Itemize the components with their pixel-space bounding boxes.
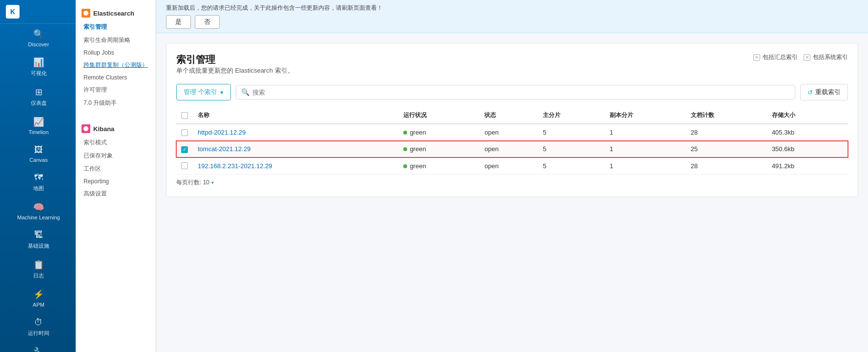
status-ip: open [479, 157, 537, 174]
sidebar-item-uptime[interactable]: ⏱ 运行时间 [0, 313, 76, 342]
sidebar-item-logs[interactable]: 📋 日志 [0, 254, 76, 284]
reload-icon: ↺ [807, 89, 813, 96]
sidebar-label-ml: Machine Learning [17, 215, 60, 220]
index-table: 名称 运行状况 状态 主分片 副本分片 文档计数 存储大小 httpd-2021… [176, 107, 848, 175]
health-dot-httpd [403, 131, 407, 135]
index-card-header: 索引管理 单个或批量更新您的 Elasticsearch 索引。 ✕ 包括汇总索… [176, 53, 848, 82]
index-link-tomcat[interactable]: tomcat-2021.12.29 [198, 145, 250, 153]
header-right: ✕ 包括汇总索引 ✕ 包括系统索引 [753, 53, 848, 61]
index-card: 索引管理 单个或批量更新您的 Elasticsearch 索引。 ✕ 包括汇总索… [166, 43, 858, 197]
secondary-item-saved-objects[interactable]: 已保存对象 [76, 149, 156, 162]
kibana-header: Kibana [76, 121, 156, 136]
search-input[interactable] [252, 89, 790, 96]
per-page-label: 每页行数: 10 [176, 178, 209, 187]
sidebar-item-dashboard[interactable]: ⊞ 仪表盘 [0, 82, 76, 112]
row-checkbox-ip[interactable] [181, 162, 188, 169]
main-content: 重新加载后，您的请求已经完成，关于此操作包含一些更新内容，请刷新页面查看！ 是 … [156, 0, 868, 352]
index-link-httpd[interactable]: httpd-2021.12.29 [198, 129, 246, 136]
sidebar-item-ml[interactable]: 🧠 Machine Learning [0, 197, 76, 225]
elasticsearch-label: Elasticsearch [93, 10, 134, 17]
select-all-checkbox[interactable] [181, 112, 188, 119]
notification-yes-button[interactable]: 是 [166, 15, 191, 29]
primary-tomcat: 5 [538, 141, 605, 158]
secondary-item-index-patterns[interactable]: 索引模式 [76, 136, 156, 149]
index-link-ip[interactable]: 192.168.2.231-2021.12.29 [198, 162, 272, 170]
toolbar: 管理 个索引 ▾ 🔍 ↺ 重载索引 [176, 84, 848, 100]
sidebar-label-uptime: 运行时间 [28, 330, 49, 337]
col-header-health: 运行状况 [398, 107, 479, 124]
sidebar-item-apm[interactable]: ⚡ APM [0, 284, 76, 313]
include-rollup-checkbox[interactable]: ✕ 包括汇总索引 [753, 53, 798, 61]
reload-button[interactable]: ↺ 重载索引 [800, 84, 848, 100]
kibana-group: Kibana 索引模式 已保存对象 工作区 Reporting 高级设置 [76, 116, 156, 206]
sidebar-item-timelion[interactable]: 📈 Timelion [0, 112, 76, 140]
replicas-tomcat: 1 [605, 141, 686, 158]
maps-icon: 🗺 [34, 173, 43, 183]
secondary-item-rollup[interactable]: Rollup Jobs [76, 47, 156, 59]
row-checkbox-tomcat[interactable] [181, 146, 188, 153]
manage-button[interactable]: 管理 个索引 ▾ [176, 84, 231, 100]
kibana-label: Kibana [93, 125, 114, 133]
sidebar-label-logs: 日志 [33, 272, 44, 279]
sidebar-item-infra[interactable]: 🏗 基础设施 [0, 225, 76, 254]
secondary-item-spaces[interactable]: 工作区 [76, 162, 156, 176]
table-header: 名称 运行状况 状态 主分片 副本分片 文档计数 存储大小 [176, 107, 848, 124]
per-page-selector[interactable]: 每页行数: 10 ▾ [176, 175, 848, 187]
sidebar-label-visualize: 可视化 [31, 70, 47, 77]
primary-httpd: 5 [538, 124, 605, 141]
notification-buttons: 是 否 [166, 15, 858, 29]
secondary-item-cross-cluster[interactable]: 跨集群群复制（公测版） [76, 59, 156, 72]
main-sidebar: K 🔍 Discover 📊 可视化 ⊞ 仪表盘 📈 Timelion 🖼 Ca… [0, 0, 76, 352]
notification-no-button[interactable]: 否 [195, 15, 220, 29]
secondary-item-advanced[interactable]: 高级设置 [76, 187, 156, 200]
replicas-ip: 1 [605, 157, 686, 174]
secondary-item-remote-clusters[interactable]: Remote Clusters [76, 72, 156, 83]
logo-icon: K [6, 5, 20, 19]
per-page-chevron-icon: ▾ [211, 180, 214, 185]
health-label-tomcat: green [410, 145, 426, 153]
canvas-icon: 🖼 [34, 145, 43, 155]
notification-bar: 重新加载后，您的请求已经完成，关于此操作包含一些更新内容，请刷新页面查看！ 是 … [156, 0, 868, 33]
size-httpd: 405.3kb [767, 124, 848, 141]
svg-point-1 [83, 126, 88, 131]
secondary-item-reporting[interactable]: Reporting [76, 176, 156, 187]
health-dot-tomcat [403, 147, 407, 151]
manage-chevron-icon: ▾ [220, 89, 224, 96]
table-row: 192.168.2.231-2021.12.29 green open 5 1 … [176, 157, 848, 174]
include-system-checkbox[interactable]: ✕ 包括系统索引 [804, 53, 848, 61]
primary-ip: 5 [538, 157, 605, 174]
elasticsearch-header: Elasticsearch [76, 6, 156, 20]
table-row: tomcat-2021.12.29 green open 5 1 25 350.… [176, 141, 848, 158]
replicas-httpd: 1 [605, 124, 686, 141]
table-row: httpd-2021.12.29 green open 5 1 28 405.3… [176, 124, 848, 141]
row-checkbox-httpd[interactable] [181, 129, 188, 136]
infra-icon: 🏗 [34, 230, 43, 240]
secondary-item-index-mgmt[interactable]: 索引管理 [76, 20, 156, 34]
sidebar-item-visualize[interactable]: 📊 可视化 [0, 52, 76, 82]
include-system-label: 包括系统索引 [813, 53, 848, 61]
secondary-item-upgrade[interactable]: 7.0 升级助手 [76, 97, 156, 110]
status-tomcat: open [479, 141, 537, 158]
kibana-icon [82, 124, 90, 133]
app-logo: K [0, 0, 76, 24]
ml-icon: 🧠 [33, 202, 44, 213]
secondary-item-ilm[interactable]: 索引生命周期策略 [76, 34, 156, 47]
search-icon: 🔍 [241, 88, 249, 96]
discover-icon: 🔍 [33, 29, 44, 39]
sidebar-item-discover[interactable]: 🔍 Discover [0, 24, 76, 52]
docs-tomcat: 25 [686, 141, 767, 158]
col-header-primary: 主分片 [538, 107, 605, 124]
include-rollup-label: 包括汇总索引 [763, 53, 798, 61]
size-ip: 491.2kb [767, 157, 848, 174]
health-dot-ip [403, 164, 407, 168]
sidebar-item-maps[interactable]: 🗺 地图 [0, 168, 76, 197]
col-header-status: 状态 [479, 107, 537, 124]
elasticsearch-icon [82, 9, 90, 18]
index-area: 索引管理 单个或批量更新您的 Elasticsearch 索引。 ✕ 包括汇总索… [156, 33, 868, 352]
sidebar-item-canvas[interactable]: 🖼 Canvas [0, 140, 76, 168]
sidebar-item-devtools[interactable]: 🔧 开发工具 [0, 342, 76, 352]
col-header-name: 名称 [193, 107, 398, 124]
sidebar-label-dashboard: 仪表盘 [31, 99, 47, 107]
sidebar-label-timelion: Timelion [28, 129, 48, 135]
secondary-item-license[interactable]: 许可管理 [76, 83, 156, 97]
